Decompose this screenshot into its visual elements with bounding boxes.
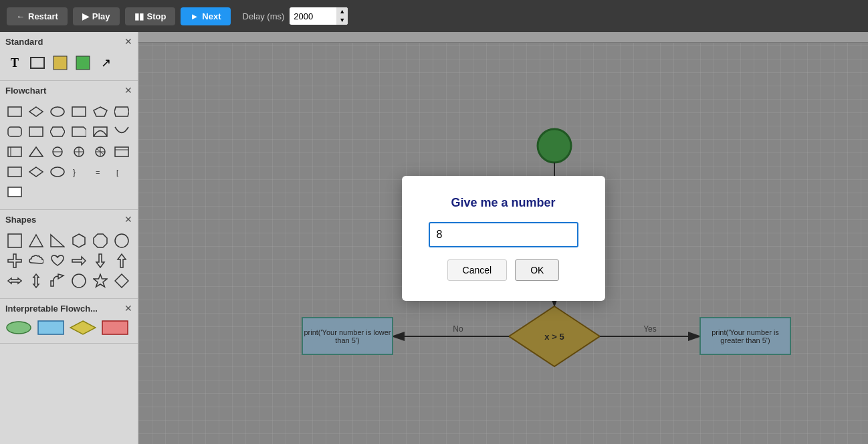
fc-shape-7[interactable]: [5, 122, 24, 141]
svg-text:}: }: [73, 168, 76, 177]
shape-triangle[interactable]: [27, 231, 45, 250]
shape-plus[interactable]: [5, 251, 24, 270]
svg-rect-34: [8, 234, 21, 247]
text-tool[interactable]: T: [5, 53, 24, 72]
modal-input[interactable]: [429, 222, 578, 247]
standard-close-button[interactable]: ✕: [124, 36, 132, 47]
delay-up-button[interactable]: ▲: [336, 7, 348, 16]
shape-cloud[interactable]: [27, 251, 45, 270]
svg-rect-26: [115, 147, 128, 156]
fc-shape-20[interactable]: [27, 162, 45, 181]
fc-shape-24[interactable]: [: [112, 162, 131, 181]
svg-marker-45: [70, 321, 96, 334]
standard-section: Standard ✕ T ↗: [0, 32, 138, 81]
standard-tools-row: T ↗: [0, 51, 138, 75]
play-button[interactable]: ▶ Play: [73, 7, 120, 25]
fc-shape-rect[interactable]: [5, 102, 24, 121]
shape-star[interactable]: [91, 271, 110, 290]
shapes-header: Shapes ✕: [0, 210, 138, 229]
fc-shape-8[interactable]: [27, 122, 45, 141]
shape-updown-arrow[interactable]: [27, 271, 45, 290]
svg-text:=: =: [96, 169, 100, 177]
shapes-close-button[interactable]: ✕: [124, 214, 132, 225]
fc-shape-rect2[interactable]: [70, 102, 88, 121]
svg-marker-42: [115, 274, 128, 288]
fc-shape-13[interactable]: [5, 142, 24, 161]
flowchart-label: Flowchart: [5, 86, 46, 96]
fc-shape-21[interactable]: [48, 162, 67, 181]
delay-input[interactable]: [290, 9, 336, 24]
shape-heart[interactable]: [48, 251, 67, 270]
delay-input-wrap: ▲ ▼: [290, 7, 348, 25]
fc-shape-25[interactable]: [5, 183, 24, 201]
play-icon: ▶: [82, 11, 89, 21]
modal-ok-button[interactable]: OK: [515, 259, 559, 281]
interp-shape-green-oval[interactable]: [5, 320, 32, 335]
fc-shape-pentagon[interactable]: [91, 102, 110, 121]
fc-shape-11[interactable]: [91, 122, 110, 141]
shape-curve-left[interactable]: [48, 271, 67, 290]
shape-hex[interactable]: [70, 231, 88, 250]
shape-arrow-up[interactable]: [112, 251, 131, 270]
color-green[interactable]: [74, 53, 92, 72]
shape-circle2[interactable]: [70, 271, 88, 290]
color-yellow[interactable]: [51, 53, 70, 72]
svg-rect-44: [38, 321, 64, 334]
svg-rect-14: [8, 147, 21, 156]
stop-button[interactable]: ▮▮ Stop: [125, 7, 176, 25]
arrow-tool[interactable]: ↗: [96, 53, 115, 72]
fc-shape-10[interactable]: [70, 122, 88, 141]
shape-diamond2[interactable]: [112, 271, 131, 290]
svg-point-39: [115, 234, 128, 247]
delay-spinner: ▲ ▼: [336, 7, 348, 25]
fc-shape-6[interactable]: [112, 102, 131, 121]
interp-shape-blue-rect[interactable]: [37, 320, 64, 335]
fc-shape-22[interactable]: }: [70, 162, 88, 181]
flowchart-close-button[interactable]: ✕: [124, 85, 132, 96]
rect-tool[interactable]: [28, 53, 47, 72]
fc-shape-14[interactable]: [27, 142, 45, 161]
svg-marker-4: [29, 107, 43, 116]
interp-shape-pink-rect[interactable]: [102, 320, 128, 335]
fc-shape-diamond[interactable]: [27, 102, 45, 121]
interp-shape-yellow-diamond[interactable]: [70, 320, 96, 335]
modal-box: Give me a number Cancel OK: [402, 176, 605, 301]
interp-close-button[interactable]: ✕: [124, 303, 132, 314]
interp-section: Interpretable Flowch... ✕: [0, 299, 138, 344]
svg-marker-12: [72, 127, 86, 136]
shape-arrow-down[interactable]: [91, 251, 110, 270]
fc-shape-17[interactable]: [91, 142, 110, 161]
fc-shape-9[interactable]: [48, 122, 67, 141]
fc-shape-ellipse[interactable]: [48, 102, 67, 121]
fc-shape-23[interactable]: =: [91, 162, 110, 181]
canvas-area[interactable]: x = input('Give me a number') x > 5 No Y…: [138, 32, 868, 444]
next-button[interactable]: ► Next: [181, 7, 230, 25]
left-panel: Standard ✕ T ↗ Flowchart ✕: [0, 32, 138, 444]
svg-rect-2: [76, 56, 90, 70]
fc-shape-18[interactable]: [112, 142, 131, 161]
shape-right-tri[interactable]: [48, 231, 67, 250]
svg-rect-33: [8, 187, 21, 197]
fc-shape-15[interactable]: [48, 142, 67, 161]
fc-shape-19[interactable]: [5, 162, 24, 181]
shape-square[interactable]: [5, 231, 24, 250]
modal-cancel-button[interactable]: Cancel: [447, 259, 508, 281]
restart-button[interactable]: ← Restart: [7, 7, 68, 25]
svg-marker-7: [94, 107, 107, 116]
interp-header: Interpretable Flowch... ✕: [0, 299, 138, 318]
delay-down-button[interactable]: ▼: [336, 16, 348, 25]
svg-point-5: [51, 107, 64, 116]
svg-marker-11: [50, 127, 65, 136]
restart-icon: ←: [16, 11, 25, 21]
shape-double-arrow[interactable]: [5, 271, 24, 290]
shape-arrow-right[interactable]: [70, 251, 88, 270]
flowchart-header: Flowchart ✕: [0, 81, 138, 100]
svg-rect-6: [72, 107, 86, 116]
fc-shape-12[interactable]: [112, 122, 131, 141]
fc-shape-16[interactable]: [70, 142, 88, 161]
shape-circle[interactable]: [112, 231, 131, 250]
delay-label: Delay (ms): [243, 11, 285, 21]
modal-buttons: Cancel OK: [447, 259, 560, 281]
svg-text:[: [: [116, 169, 118, 177]
shape-octagon[interactable]: [91, 231, 110, 250]
